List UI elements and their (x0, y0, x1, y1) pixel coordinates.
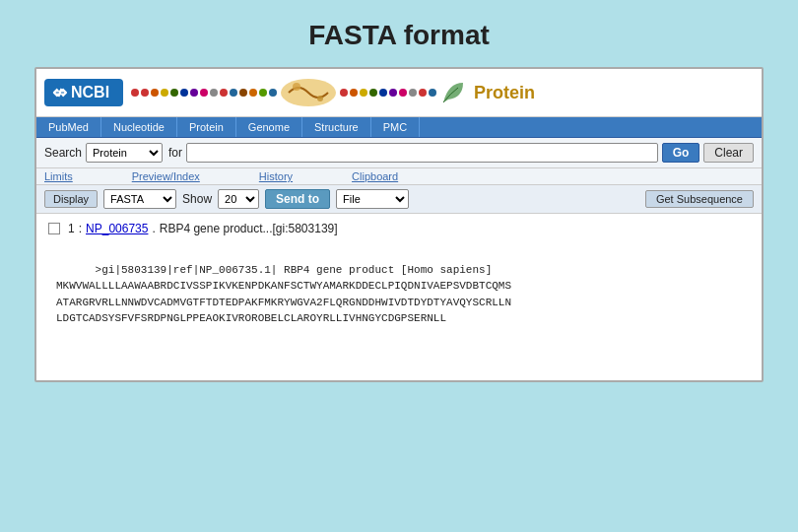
dot (249, 89, 257, 97)
limits-row: Limits Preview/Index History Clipboard (36, 168, 762, 185)
ncbi-logo-icon: ⇎ (52, 82, 67, 103)
dot (220, 89, 228, 97)
dot (389, 89, 397, 97)
dot (340, 89, 348, 97)
search-input[interactable] (186, 143, 658, 163)
result-checkbox[interactable] (48, 223, 60, 234)
svg-point-2 (317, 96, 323, 101)
fasta-seq-line-1: MKWVWALLLLAAWAABRDCIVSSPIKVKENPDKANFSCTW… (56, 280, 511, 292)
format-select[interactable]: FASTA GenPept Summary (103, 189, 176, 209)
search-bar: Search Protein Nucleotide PubMed for Go … (36, 138, 762, 168)
go-button[interactable]: Go (662, 143, 700, 163)
dot (399, 89, 407, 97)
send-to-button[interactable]: Send to (265, 189, 330, 209)
nav-genome[interactable]: Genome (236, 117, 302, 137)
preview-index-link[interactable]: Preview/Index (132, 170, 200, 182)
dot (190, 89, 198, 97)
results-area: 1: NP_006735. RBP4 gene product...[gi:58… (36, 214, 762, 355)
display-button[interactable]: Display (44, 190, 98, 208)
limits-link[interactable]: Limits (44, 170, 73, 182)
fasta-sequence-block: >gi|5803139|ref|NP_006735.1| RBP4 gene p… (48, 241, 750, 347)
dot (409, 89, 417, 97)
dot (210, 89, 218, 97)
ncbi-header: ⇎ NCBI (36, 69, 762, 117)
fasta-seq-line-2: ATARGRVRLLNNWDVCADMVGTFTDTEDPAKFMKRYWGVA… (56, 297, 511, 308)
nav-protein[interactable]: Protein (177, 117, 236, 137)
get-subsequence-button[interactable]: Get Subsequence (645, 190, 754, 208)
dot (350, 89, 358, 97)
search-database-select[interactable]: Protein Nucleotide PubMed (86, 143, 163, 163)
ncbi-container: ⇎ NCBI (34, 67, 764, 382)
result-item-header: 1: NP_006735. RBP4 gene product...[gi:58… (48, 222, 750, 235)
dot (230, 89, 237, 97)
nav-nucleotide[interactable]: Nucleotide (101, 117, 177, 137)
svg-point-1 (293, 83, 300, 91)
dot (131, 89, 139, 97)
dot (369, 89, 377, 97)
dot (269, 89, 277, 97)
clear-button[interactable]: Clear (703, 143, 754, 163)
clipboard-link[interactable]: Clipboard (352, 170, 398, 182)
dot (419, 89, 427, 97)
display-bar: Display FASTA GenPept Summary Show 20 5 … (36, 185, 762, 214)
ncbi-logo-text: NCBI (71, 84, 109, 101)
leaf-icon (438, 78, 468, 107)
dot (151, 89, 159, 97)
fasta-header-line: >gi|5803139|ref|NP_006735.1| RBP4 gene p… (96, 264, 493, 276)
page-title: FASTA format (308, 20, 490, 51)
protein-image (279, 75, 338, 110)
dot-row-1 (131, 89, 277, 97)
dot-row-2 (340, 89, 436, 97)
dot (259, 89, 267, 97)
result-accession[interactable]: NP_006735 (86, 222, 148, 235)
dot (429, 89, 436, 97)
dot (239, 89, 247, 97)
nav-pubmed[interactable]: PubMed (36, 117, 101, 137)
ncbi-decorative: Protein (131, 75, 754, 110)
search-label: Search (44, 146, 82, 160)
show-label: Show (182, 192, 212, 206)
show-count-select[interactable]: 20 5 10 50 (218, 189, 259, 209)
protein-label: Protein (474, 83, 535, 103)
search-for-label: for (168, 146, 182, 160)
dot (379, 89, 387, 97)
history-link[interactable]: History (259, 170, 293, 182)
nav-structure[interactable]: Structure (302, 117, 371, 137)
dot (161, 89, 168, 97)
nav-pmc[interactable]: PMC (371, 117, 420, 137)
result-description: RBP4 gene product...[gi:5803139] (160, 222, 338, 235)
dot (141, 89, 149, 97)
dot (170, 89, 178, 97)
ncbi-logo: ⇎ NCBI (44, 79, 123, 106)
dot (180, 89, 188, 97)
ncbi-nav: PubMed Nucleotide Protein Genome Structu… (36, 117, 762, 138)
destination-select[interactable]: File Clipboard Printer (336, 189, 409, 209)
fasta-seq-line-3: LDGTCADSYSFVFSRDPNGLPPEAOKIVROROBELCLARO… (56, 312, 446, 324)
result-number: 1 (68, 222, 75, 235)
dot (200, 89, 208, 97)
dot (360, 89, 367, 97)
